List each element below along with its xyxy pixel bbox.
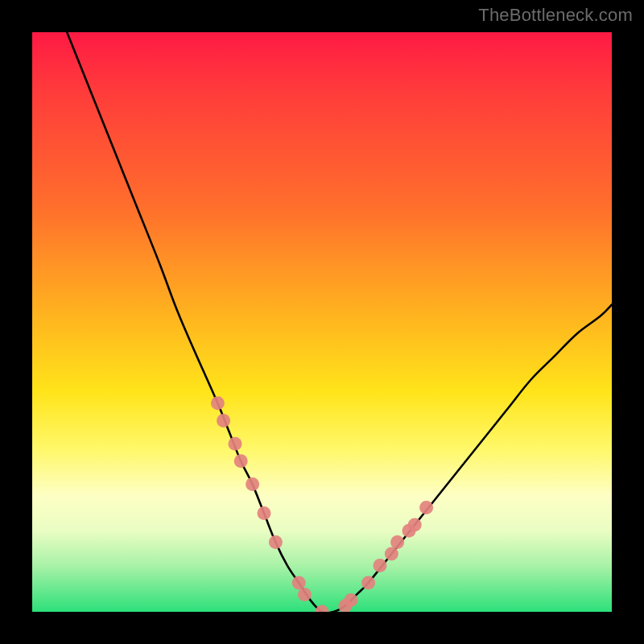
chart-svg <box>32 32 612 612</box>
plot-area <box>32 32 612 612</box>
chart-frame: TheBottleneck.com <box>0 0 644 644</box>
marker-point <box>298 588 312 601</box>
marker-point <box>269 535 283 549</box>
bottleneck-curve <box>67 32 612 612</box>
marker-point <box>211 396 225 410</box>
marker-point <box>292 576 306 590</box>
marker-point <box>229 437 242 451</box>
marker-point <box>361 576 375 590</box>
watermark-label: TheBottleneck.com <box>478 5 633 26</box>
marker-point <box>246 477 259 491</box>
marker-point <box>258 506 271 520</box>
marker-point <box>408 518 422 532</box>
marker-point <box>234 454 248 468</box>
marker-point <box>345 593 358 607</box>
marker-point <box>385 547 398 561</box>
marker-group <box>211 396 433 612</box>
marker-point <box>217 414 230 427</box>
marker-point <box>419 501 433 514</box>
marker-point <box>374 559 387 572</box>
marker-point <box>316 605 329 613</box>
marker-point <box>390 535 404 549</box>
